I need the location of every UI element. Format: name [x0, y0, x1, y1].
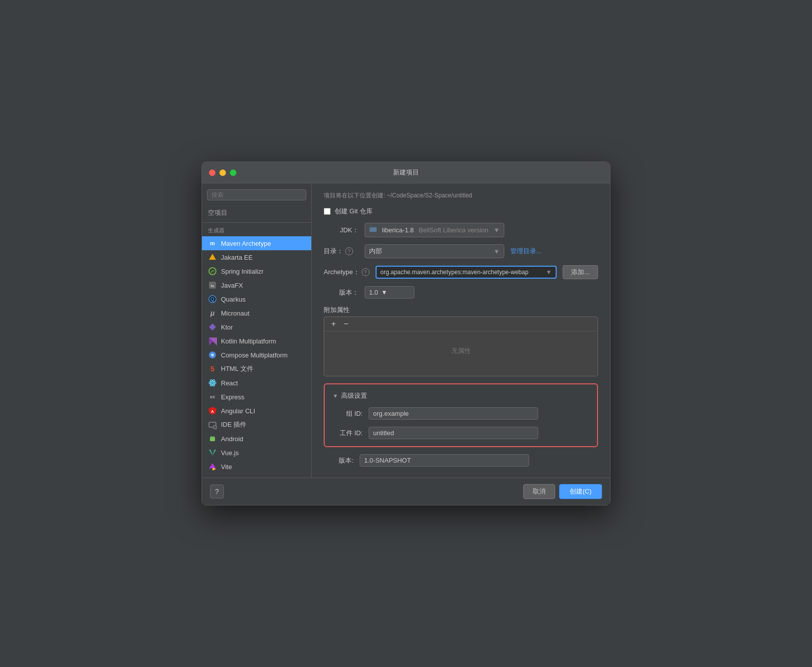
- footer-left: ?: [210, 485, 224, 499]
- footer-right: 取消 创建(C): [523, 484, 602, 499]
- git-label: 创建 Git 仓库: [335, 207, 373, 216]
- properties-empty-label: 无属性: [324, 332, 598, 370]
- divider: [202, 222, 311, 223]
- git-row: 创建 Git 仓库: [324, 207, 598, 216]
- javafx-icon: fx: [208, 281, 217, 290]
- search-input[interactable]: [207, 189, 306, 200]
- advanced-chevron-icon: ▼: [333, 393, 338, 399]
- group-id-input[interactable]: [369, 407, 538, 420]
- svg-rect-30: [370, 227, 373, 228]
- sidebar-item-ide[interactable]: IDE 插件: [202, 418, 311, 432]
- sidebar-item-javafx[interactable]: fx JavaFX: [202, 278, 311, 292]
- spring-icon: [208, 267, 217, 276]
- archetype-row: Archetype： ? org.apache.maven.archetypes…: [324, 265, 598, 279]
- sidebar-item-compose[interactable]: Compose Multiplatform: [202, 348, 311, 362]
- window-controls: [209, 169, 236, 176]
- jdk-row: JDK： liberica-1.8 BellSoft Liberica vers…: [324, 223, 598, 237]
- quarkus-icon: Q: [208, 295, 217, 304]
- sidebar-empty-label: 空项目: [202, 204, 311, 221]
- properties-section: 附加属性 + − 无属性: [324, 306, 598, 376]
- sidebar-item-label-spring: Spring Initializr: [221, 268, 263, 275]
- sidebar-item-label-react: React: [221, 379, 238, 387]
- sidebar-item-label-jakarta: Jakarta EE: [221, 254, 253, 261]
- version-label: 版本：: [324, 288, 359, 297]
- sidebar-item-express[interactable]: ex Express: [202, 390, 311, 404]
- ide-icon: [208, 420, 217, 429]
- sidebar-item-label-ktor: Ktor: [221, 324, 233, 331]
- jdk-extra: BellSoft Liberica version: [419, 226, 488, 234]
- svg-text:A: A: [211, 409, 214, 414]
- sidebar-item-kotlin[interactable]: Kotlin Multiplatform: [202, 334, 311, 348]
- version2-input[interactable]: [360, 454, 529, 467]
- close-button[interactable]: [209, 169, 215, 176]
- directory-label: 目录：: [324, 247, 343, 256]
- svg-point-20: [213, 425, 217, 429]
- svg-marker-8: [209, 324, 216, 331]
- advanced-title-label: 高级设置: [341, 391, 367, 400]
- directory-chevron-icon: ▼: [493, 248, 500, 255]
- create-button[interactable]: 创建(C): [559, 484, 602, 499]
- archetype-help-icon[interactable]: ?: [362, 268, 370, 276]
- jdk-label: JDK：: [324, 226, 359, 235]
- version2-row: 版本:: [324, 454, 598, 467]
- svg-point-16: [212, 382, 213, 384]
- sidebar-item-ktor[interactable]: Ktor: [202, 320, 311, 334]
- vite-icon: [208, 462, 217, 471]
- sidebar-item-vue[interactable]: Vue.js: [202, 446, 311, 460]
- jakarta-icon: [208, 253, 217, 262]
- sidebar-item-angular[interactable]: A Angular CLI: [202, 404, 311, 418]
- html-icon: 5: [208, 364, 217, 373]
- dialog-body: 空项目 生成器 m Maven Archetype Jakarta EE: [202, 183, 610, 478]
- remove-property-button[interactable]: −: [342, 320, 350, 328]
- version2-label: 版本:: [324, 456, 354, 465]
- sidebar-item-react[interactable]: React: [202, 376, 311, 390]
- artifact-id-input[interactable]: [369, 427, 538, 439]
- sidebar-item-vite[interactable]: Vite: [202, 460, 311, 474]
- project-path: 项目将在以下位置创建: ~/CodeSpace/S2-Space/untitle…: [324, 191, 598, 200]
- help-button[interactable]: ?: [210, 485, 224, 499]
- dialog-footer: ? 取消 创建(C): [202, 478, 610, 505]
- cancel-button[interactable]: 取消: [523, 484, 555, 499]
- compose-icon: [208, 350, 217, 359]
- sidebar-item-label-vue: Vue.js: [221, 449, 239, 457]
- sidebar-item-label-html: HTML 文件: [221, 364, 253, 373]
- sidebar-item-label-android: Android: [221, 435, 243, 443]
- directory-dropdown[interactable]: 内部 ▼: [365, 244, 504, 258]
- svg-point-12: [211, 353, 214, 356]
- dialog-title: 新建项目: [393, 168, 419, 177]
- version-dropdown[interactable]: 1.0 ▼: [365, 286, 414, 299]
- artifact-id-label: 工件 ID:: [333, 429, 363, 438]
- sidebar-item-label-angular: Angular CLI: [221, 407, 255, 415]
- sidebar-item-html[interactable]: 5 HTML 文件: [202, 362, 311, 376]
- jdk-chevron-icon: ▼: [493, 226, 500, 234]
- sidebar-item-quarkus[interactable]: Q Quarkus: [202, 292, 311, 306]
- advanced-settings-toggle[interactable]: ▼ 高级设置: [333, 391, 589, 400]
- directory-help-icon[interactable]: ?: [345, 247, 353, 255]
- jdk-dropdown[interactable]: liberica-1.8 BellSoft Liberica version ▼: [365, 223, 504, 237]
- sidebar-item-label-maven: Maven Archetype: [221, 240, 271, 247]
- add-property-button[interactable]: +: [329, 320, 338, 328]
- sidebar-item-android[interactable]: Android: [202, 432, 311, 446]
- advanced-settings-section: ▼ 高级设置 组 ID: 工件 ID:: [324, 383, 598, 447]
- group-id-label: 组 ID:: [333, 409, 363, 418]
- title-bar: 新建项目: [202, 162, 610, 183]
- sidebar-item-micronaut[interactable]: μ Micronaut: [202, 306, 311, 320]
- sidebar-item-maven[interactable]: m Maven Archetype: [202, 236, 311, 250]
- micronaut-icon: μ: [208, 309, 217, 318]
- express-icon: ex: [208, 392, 217, 401]
- properties-panel: + − 无属性: [324, 317, 598, 376]
- git-checkbox[interactable]: [324, 208, 331, 215]
- manage-directory-link[interactable]: 管理目录...: [510, 247, 542, 256]
- archetype-dropdown[interactable]: org.apache.maven.archetypes:maven-archet…: [376, 266, 557, 279]
- svg-rect-21: [210, 437, 215, 441]
- maximize-button[interactable]: [230, 169, 236, 176]
- sidebar-item-spring[interactable]: Spring Initializr: [202, 264, 311, 278]
- jdk-folder-icon: [369, 225, 377, 235]
- sidebar-item-jakarta[interactable]: Jakarta EE: [202, 250, 311, 264]
- add-archetype-button[interactable]: 添加...: [563, 265, 598, 279]
- new-project-dialog: 新建项目 空项目 生成器 m Maven Archetype Jakarta: [202, 162, 610, 505]
- properties-label: 附加属性: [324, 306, 598, 315]
- svg-text:fx: fx: [210, 284, 214, 288]
- maven-icon: m: [208, 239, 217, 248]
- minimize-button[interactable]: [219, 169, 226, 176]
